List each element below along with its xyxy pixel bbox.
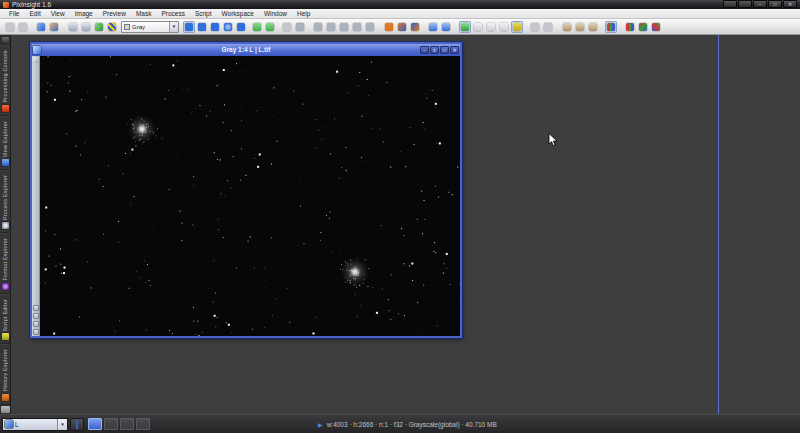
- dock-tab-history-explorer[interactable]: History Explorer: [0, 344, 10, 404]
- view-list-button[interactable]: [70, 418, 84, 431]
- selection-mode-icon[interactable]: [294, 21, 306, 33]
- image-window-titlebar[interactable]: Gray 1:4 L | L.tif − ≡ □ ✕: [32, 44, 460, 56]
- document-3-icon[interactable]: [498, 21, 510, 33]
- dock-pin-icon[interactable]: [2, 37, 9, 43]
- workspace-button-4[interactable]: [136, 418, 150, 430]
- redo-icon[interactable]: [17, 21, 29, 33]
- status-expand-icon[interactable]: ▶: [318, 421, 323, 428]
- image-window[interactable]: Gray 1:4 L | L.tif − ≡ □ ✕: [30, 42, 462, 338]
- color-management-icon[interactable]: [605, 21, 617, 33]
- script-editor-toolbar-icon[interactable]: [511, 21, 523, 33]
- dock-tab-process-explorer[interactable]: Process Explorer: [0, 170, 10, 233]
- processing-console-icon: [2, 105, 9, 112]
- pixinsight-app-window: PixInsight 1.6 – □ ✕ File Edit View Imag…: [0, 0, 800, 433]
- dock-tab-format-explorer[interactable]: Format Explorer: [0, 233, 10, 293]
- document-1-icon[interactable]: [472, 21, 484, 33]
- taskbar: L ▼ ▶ w:4003 · h:2666 · n:1 · f32 · Gray…: [0, 414, 800, 433]
- duplicate-image-icon[interactable]: [48, 21, 60, 33]
- workspace-button-2[interactable]: [104, 418, 118, 430]
- restore-view-icon[interactable]: [409, 21, 421, 33]
- menu-item[interactable]: Script: [190, 9, 217, 19]
- zoom-in-icon[interactable]: [312, 21, 324, 33]
- restore-windows-icon[interactable]: [80, 21, 92, 33]
- dock-tab-processing-console[interactable]: Processing Console: [0, 45, 10, 116]
- dock-tab-view-explorer[interactable]: View Explorer: [0, 116, 10, 170]
- stf-checker-icon[interactable]: [106, 21, 118, 33]
- new-rgb-image-icon[interactable]: [93, 21, 105, 33]
- new-image-icon[interactable]: [35, 21, 47, 33]
- strip-button-1-icon[interactable]: [33, 305, 39, 311]
- maximize-button[interactable]: □: [440, 46, 449, 54]
- screen-rgb-3-icon[interactable]: [650, 21, 662, 33]
- menu-item[interactable]: Mask: [131, 9, 157, 19]
- app-titlebar[interactable]: PixInsight 1.6 – □ ✕: [0, 0, 800, 9]
- zoom-to-fit-icon[interactable]: [351, 21, 363, 33]
- cascade-windows-icon[interactable]: [427, 21, 439, 33]
- menu-item[interactable]: Help: [292, 9, 315, 19]
- document-2-icon[interactable]: [485, 21, 497, 33]
- image-window-title: Gray 1:4 L | L.tif: [32, 44, 460, 56]
- menu-item[interactable]: Workspace: [217, 9, 259, 19]
- new-mask-icon[interactable]: [264, 21, 276, 33]
- view-selector[interactable]: L ▼: [2, 418, 68, 431]
- status-text: w:4003 · h:2666 · n:1 · f32 · Grayscale(…: [327, 421, 497, 428]
- maximize-button[interactable]: □: [768, 0, 782, 8]
- titlebar-extra-button-1[interactable]: [723, 0, 737, 8]
- zoom-integer-icon[interactable]: [364, 21, 376, 33]
- menu-item[interactable]: File: [4, 9, 24, 19]
- view-explorer-icon: [2, 159, 9, 166]
- center-view-icon[interactable]: [235, 21, 247, 33]
- pointer-mode-icon[interactable]: [281, 21, 293, 33]
- pan-view-icon[interactable]: [222, 21, 234, 33]
- fit-window-icon[interactable]: [196, 21, 208, 33]
- process-explorer-icon: [2, 222, 9, 229]
- close-button[interactable]: ✕: [783, 0, 797, 8]
- titlebar-extra-button-2[interactable]: [738, 0, 752, 8]
- explorer-expand-icon[interactable]: [459, 21, 471, 33]
- pixinsight-logo-icon: [3, 2, 9, 8]
- workspace: Gray 1:4 L | L.tif − ≡ □ ✕: [11, 35, 800, 414]
- zoom-out-icon[interactable]: [325, 21, 337, 33]
- nav-forward-icon[interactable]: [542, 21, 554, 33]
- mouse-cursor: [548, 133, 558, 148]
- iconize-windows-icon[interactable]: [67, 21, 79, 33]
- dock-tab-script-editor[interactable]: Script Editor: [0, 294, 10, 345]
- maximize-view-icon[interactable]: [396, 21, 408, 33]
- channel-selector-dropdown-icon[interactable]: ▼: [169, 22, 178, 32]
- menu-item[interactable]: Image: [70, 9, 98, 19]
- channel-selector[interactable]: Gray ▼: [121, 21, 179, 33]
- zoom-1-1-icon[interactable]: [338, 21, 350, 33]
- strip-button-2-icon[interactable]: [33, 313, 39, 319]
- selection-corner-icon[interactable]: [33, 57, 39, 63]
- screen-rgb-2-icon[interactable]: [637, 21, 649, 33]
- close-button[interactable]: ✕: [450, 46, 459, 54]
- menu-item[interactable]: Edit: [24, 9, 45, 19]
- undo-icon[interactable]: [4, 21, 16, 33]
- nav-back-icon[interactable]: [529, 21, 541, 33]
- view-selector-dropdown-icon[interactable]: ▼: [57, 419, 67, 430]
- workspace-button-1[interactable]: [88, 418, 102, 430]
- iconize-button[interactable]: ≡: [430, 46, 439, 54]
- workspace-button-3[interactable]: [120, 418, 134, 430]
- window-controls: – □ ✕: [723, 0, 797, 8]
- menu-item[interactable]: Window: [259, 9, 292, 19]
- menu-item[interactable]: View: [46, 9, 70, 19]
- clipboard-copy-icon[interactable]: [574, 21, 586, 33]
- image-canvas[interactable]: [40, 56, 460, 336]
- shade-button[interactable]: −: [420, 46, 429, 54]
- strip-button-3-icon[interactable]: [33, 321, 39, 327]
- menu-item[interactable]: Process: [156, 9, 189, 19]
- track-view-icon[interactable]: [183, 21, 195, 33]
- fit-view-icon[interactable]: [209, 21, 221, 33]
- channel-selector-value: Gray: [132, 24, 169, 30]
- clipboard-paste-icon[interactable]: [587, 21, 599, 33]
- strip-button-4-icon[interactable]: [33, 329, 39, 335]
- minimize-button[interactable]: –: [753, 0, 767, 8]
- clipboard-cut-icon[interactable]: [561, 21, 573, 33]
- new-channel-icon[interactable]: [251, 21, 263, 33]
- dock-foot-handle[interactable]: [1, 406, 10, 413]
- fit-selection-icon[interactable]: [383, 21, 395, 33]
- tile-windows-icon[interactable]: [440, 21, 452, 33]
- menu-item[interactable]: Preview: [98, 9, 131, 19]
- screen-rgb-1-icon[interactable]: [624, 21, 636, 33]
